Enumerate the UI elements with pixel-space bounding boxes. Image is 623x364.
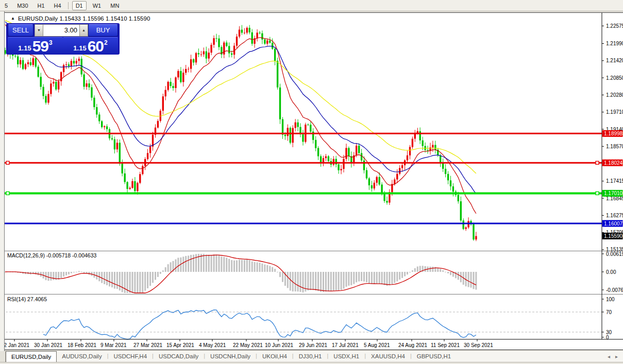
timeframe-button-h4[interactable]: H4 <box>51 2 64 10</box>
indicator-axis-labels: 0.0061930.00-0.0076210070300 <box>602 251 623 340</box>
chart-window: ▲ EURUSD,Daily 1.15433 1.15596 1.15410 1… <box>5 12 623 350</box>
timeframe-button-d1[interactable]: D1 <box>72 1 87 10</box>
svg-text:1.15590: 1.15590 <box>604 233 623 239</box>
svg-text:70: 70 <box>606 309 612 315</box>
timeframe-button-h1[interactable]: H1 <box>35 2 48 10</box>
tab-scroll-right-icon[interactable]: ▸ <box>615 354 618 359</box>
chart-tab-usdx[interactable]: USDX,H1 <box>328 351 364 362</box>
chart-tab-usdcad[interactable]: USDCAD,Daily <box>154 351 204 362</box>
chart-tab-gbpusd[interactable]: GBPUSD,H1 <box>412 351 456 362</box>
macd-histogram <box>5 254 477 293</box>
svg-text:1.21420: 1.21420 <box>606 58 623 63</box>
chart-tab-ukoil[interactable]: UKOil,H4 <box>257 351 292 362</box>
svg-text:1.21990: 1.21990 <box>606 41 623 46</box>
chart-tab-usdchf[interactable]: USDCHF,H4 <box>109 351 153 362</box>
svg-text:17 Jul 2021: 17 Jul 2021 <box>332 342 359 348</box>
rsi-line <box>43 310 476 339</box>
tabs-holder: EURUSD,DailyAUDUSD,Daily|USDCHF,H4|USDCA… <box>6 351 456 362</box>
svg-text:15 Apr 2021: 15 Apr 2021 <box>166 342 194 348</box>
sell-button[interactable]: SELL <box>8 24 33 37</box>
svg-text:27 Mar 2021: 27 Mar 2021 <box>133 342 163 348</box>
svg-text:1.19710: 1.19710 <box>606 109 623 115</box>
svg-text:1.20850: 1.20850 <box>606 75 623 81</box>
tab-bar-corner <box>0 351 6 362</box>
svg-text:29 Jun 2021: 29 Jun 2021 <box>299 342 327 348</box>
timeframe-button-m30[interactable]: M30 <box>14 2 31 10</box>
buy-price-sup: 2 <box>104 39 108 46</box>
one-click-trade-panel: SELL ▼ 3.00 ▲ BUY 1.15593 1.15602 <box>6 23 120 55</box>
window-left-edge <box>0 11 5 351</box>
toolbar-separator <box>68 2 69 9</box>
svg-text:0.006193: 0.006193 <box>606 251 623 257</box>
pane-frame <box>5 13 623 339</box>
svg-text:18 Feb 2021: 18 Feb 2021 <box>68 342 97 348</box>
volume-control: ▼ 3.00 ▲ <box>35 24 88 37</box>
chart-surface[interactable]: 1.225751.219901.214201.208501.202801.197… <box>5 13 623 351</box>
rsi-level-lines <box>6 312 602 332</box>
svg-text:1.22575: 1.22575 <box>606 23 623 29</box>
svg-text:100: 100 <box>606 297 615 302</box>
chart-tab-bar: EURUSD,DailyAUDUSD,Daily|USDCHF,H4|USDCA… <box>0 351 623 362</box>
macd-indicator-label: MACD(12,26,9) -0.005718 -0.004633 <box>7 252 96 258</box>
svg-text:0.00: 0.00 <box>606 269 616 275</box>
svg-text:1.17010: 1.17010 <box>604 190 623 196</box>
chart-title-row: ▲ EURUSD,Daily 1.15433 1.15596 1.15410 1… <box>11 14 150 22</box>
svg-text:10 Jun 2021: 10 Jun 2021 <box>265 342 293 348</box>
chart-tab-usdcnh[interactable]: USDCNH,Daily <box>205 351 256 362</box>
trade-panel-top-row: SELL ▼ 3.00 ▲ BUY <box>7 24 119 37</box>
timeframe-button-w1[interactable]: W1 <box>90 2 105 10</box>
tab-scroll-left-icon[interactable]: ◂ <box>608 354 610 359</box>
tab-scroll-nav: ◂ ▸ <box>608 351 623 362</box>
svg-text:30 Jan 2021: 30 Jan 2021 <box>34 342 62 348</box>
svg-text:5 Aug 2021: 5 Aug 2021 <box>364 342 390 348</box>
svg-text:-0.00762: -0.00762 <box>606 287 623 293</box>
chart-title-ohlc: EURUSD,Daily 1.15433 1.15596 1.15410 1.1… <box>18 15 150 22</box>
sell-price-sup: 3 <box>49 39 53 46</box>
timeframe-button-5[interactable]: 5 <box>2 2 11 10</box>
timeframe-button-mn[interactable]: MN <box>107 2 122 10</box>
volume-decrease-button[interactable]: ▼ <box>35 24 43 37</box>
svg-text:1.16275: 1.16275 <box>606 213 623 218</box>
svg-text:1.18570: 1.18570 <box>606 144 623 149</box>
mt4-application: 5M30H1H4D1W1MN ▲ EURUSD,Daily 1.15433 1.… <box>0 0 623 364</box>
chart-tab-dj30[interactable]: DJ30,H1 <box>294 351 327 362</box>
svg-text:1.18998: 1.18998 <box>604 131 623 136</box>
chart-tab-eurusd[interactable]: EURUSD,Daily <box>6 351 57 362</box>
chart-tab-audusd[interactable]: AUDUSD,Daily <box>57 351 107 362</box>
svg-text:12 Jan 2021: 12 Jan 2021 <box>5 342 29 348</box>
svg-text:11 Sep 2021: 11 Sep 2021 <box>431 342 460 348</box>
svg-text:1.18024: 1.18024 <box>604 160 623 166</box>
buy-price-big: 60 <box>88 39 104 54</box>
buy-button[interactable]: BUY <box>88 24 118 37</box>
svg-text:22 May 2021: 22 May 2021 <box>233 342 263 348</box>
trade-panel-price-row: 1.15593 1.15602 <box>7 37 119 54</box>
svg-text:0: 0 <box>606 335 609 340</box>
buy-price-small: 1.15 <box>73 44 86 52</box>
rsi-indicator-label: RSI(14) 27.4065 <box>7 296 47 302</box>
buy-price-display[interactable]: 1.15602 <box>63 37 118 54</box>
price-axis-labels: 1.225751.219901.214201.208501.202801.197… <box>602 23 623 253</box>
sell-price-small: 1.15 <box>18 44 31 52</box>
svg-text:9 Mar 2021: 9 Mar 2021 <box>100 342 127 348</box>
svg-text:4 May 2021: 4 May 2021 <box>199 342 226 348</box>
horizontal-level-lines[interactable] <box>5 133 602 223</box>
sell-price-big: 59 <box>32 39 48 54</box>
date-axis: 12 Jan 202130 Jan 202118 Feb 20219 Mar 2… <box>5 339 493 348</box>
sell-price-display[interactable]: 1.15593 <box>8 37 63 54</box>
svg-text:1.17415: 1.17415 <box>606 178 623 184</box>
svg-text:1.20280: 1.20280 <box>606 92 623 98</box>
svg-text:1.16007: 1.16007 <box>604 221 623 227</box>
timeframe-toolbar: 5M30H1H4D1W1MN <box>0 0 623 11</box>
svg-text:30 Sep 2021: 30 Sep 2021 <box>464 342 493 348</box>
chart-tab-xauusd[interactable]: XAUUSD,H4 <box>366 351 410 362</box>
svg-text:24 Aug 2021: 24 Aug 2021 <box>398 342 428 348</box>
collapse-panel-icon[interactable]: ▲ <box>11 16 15 21</box>
volume-increase-button[interactable]: ▲ <box>79 24 88 37</box>
volume-input[interactable]: 3.00 <box>43 24 79 37</box>
